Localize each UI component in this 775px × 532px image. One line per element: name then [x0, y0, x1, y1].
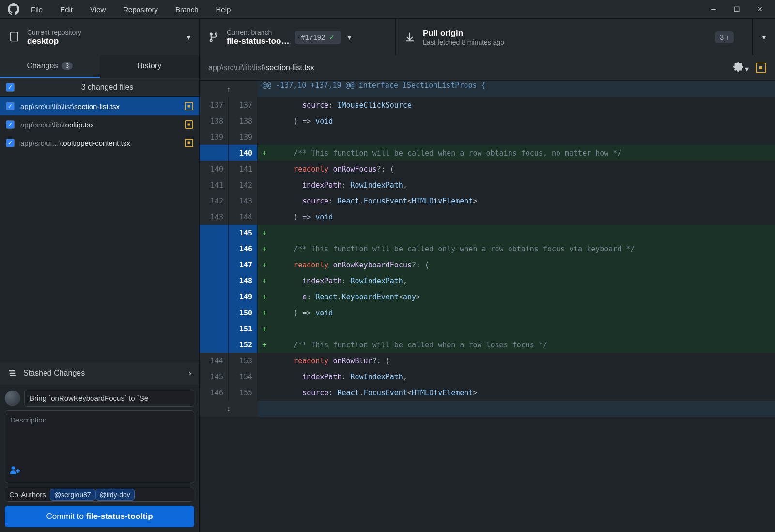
menu-bar: FileEditViewRepositoryBranchHelp	[28, 3, 233, 16]
pull-button[interactable]: Pull origin Last fetched 8 minutes ago 3…	[396, 19, 753, 55]
diff-view[interactable]: ⇡ @@ -137,10 +137,19 @@ interface ISecti…	[200, 81, 775, 532]
minimize-icon[interactable]: ─	[709, 5, 718, 14]
diff-line[interactable]: 138138 ) => void	[200, 113, 775, 129]
stash-icon	[8, 368, 17, 378]
file-checkbox[interactable]: ✓	[6, 120, 15, 129]
stashed-changes[interactable]: Stashed Changes ›	[0, 361, 199, 385]
diff-line[interactable]: 148+ indexPath: RowIndexPath,	[200, 273, 775, 289]
commit-summary-input[interactable]	[24, 390, 194, 407]
git-branch-icon	[208, 32, 219, 43]
diff-line[interactable]: 145+	[200, 225, 775, 241]
diff-line[interactable]: 144153 readonly onRowBlur?: (	[200, 353, 775, 369]
titlebar: FileEditViewRepositoryBranchHelp ─ ☐ ✕	[0, 0, 775, 18]
diff-line[interactable]: 151+	[200, 321, 775, 337]
branch-label: Current branch	[227, 29, 289, 36]
diff-line[interactable]: 142143 source: React.FocusEvent<HTMLDivE…	[200, 193, 775, 209]
file-status-icon	[756, 63, 766, 73]
changes-count-badge: 3	[62, 62, 73, 70]
tab-changes[interactable]: Changes 3	[0, 55, 100, 78]
diff-line[interactable]: 152+ /** This function will be called wh…	[200, 337, 775, 353]
sidebar: Changes 3 History ✓ 3 changed files ✓ ap…	[0, 55, 200, 532]
gear-icon[interactable]: ▾	[733, 62, 749, 74]
file-header: app\src\ui\lib\list\section-list.tsx ▾	[200, 55, 775, 81]
diff-line[interactable]: 140+ /** This function will be called wh…	[200, 145, 775, 161]
menu-branch[interactable]: Branch	[172, 3, 202, 16]
repo-selector[interactable]: Current repository desktop ▾	[0, 19, 200, 55]
diff-line[interactable]: 147+ readonly onRowKeyboardFocus?: (	[200, 257, 775, 273]
file-row[interactable]: ✓ app\src\ui\lib\list\section-list.tsx	[0, 97, 199, 115]
file-row[interactable]: ✓ app\src\ui…\tooltipped-content.tsx	[0, 134, 199, 152]
diff-line[interactable]: 150+ ) => void	[200, 305, 775, 321]
file-checkbox[interactable]: ✓	[6, 102, 15, 110]
add-coauthor-icon[interactable]	[10, 466, 189, 478]
menu-file[interactable]: File	[28, 3, 46, 16]
toolbar: Current repository desktop ▾ Current bra…	[0, 18, 775, 55]
pull-count-badge: 3 ↓	[715, 31, 734, 43]
commit-description-input[interactable]: Description	[5, 410, 194, 483]
file-list: ✓ app\src\ui\lib\list\section-list.tsx ✓…	[0, 97, 199, 152]
diff-line[interactable]: 145154 indexPath: RowIndexPath,	[200, 369, 775, 385]
pull-title: Pull origin	[423, 29, 504, 38]
branch-selector[interactable]: Current branch file-status-too… #17192 ✓…	[200, 19, 396, 55]
pr-badge[interactable]: #17192 ✓	[295, 31, 341, 44]
menu-repository[interactable]: Repository	[120, 3, 161, 16]
diff-line[interactable]: 149+ e: React.KeyboardEvent<any>	[200, 289, 775, 305]
file-row[interactable]: ✓ app\src\ui\lib\tooltip.tsx	[0, 115, 199, 134]
diff-line[interactable]: 141142 indexPath: RowIndexPath,	[200, 177, 775, 193]
file-modified-icon	[185, 102, 193, 110]
coauthors-label: Co-Authors	[9, 490, 46, 499]
diff-line[interactable]: 143144 ) => void	[200, 209, 775, 225]
expand-down-icon: ⇣	[226, 405, 231, 413]
sidebar-tabs: Changes 3 History	[0, 55, 199, 78]
changes-header: ✓ 3 changed files	[0, 78, 199, 97]
diff-panel: app\src\ui\lib\list\section-list.tsx ▾ ⇡…	[200, 55, 775, 532]
avatar	[5, 391, 20, 406]
caret-down-icon: ▾	[762, 33, 766, 41]
diff-line[interactable]: 146155 source: React.FocusEvent<HTMLDivE…	[200, 385, 775, 401]
tab-history[interactable]: History	[100, 55, 200, 78]
check-icon: ✓	[329, 33, 335, 42]
maximize-icon[interactable]: ☐	[732, 5, 741, 14]
pull-icon	[404, 32, 415, 43]
coauthors-row: Co-Authors @sergiou87@tidy-dev	[5, 487, 194, 502]
expand-up-icon: ⇡	[226, 85, 231, 94]
changes-count-text: 3 changed files	[21, 83, 193, 92]
diff-line[interactable]: 139139	[200, 129, 775, 145]
repo-name: desktop	[27, 36, 81, 46]
coauthor-pill[interactable]: @tidy-dev	[95, 489, 135, 501]
file-checkbox[interactable]: ✓	[6, 139, 15, 147]
menu-edit[interactable]: Edit	[57, 3, 76, 16]
caret-down-icon: ▾	[348, 33, 351, 41]
expand-up-row[interactable]: ⇡ @@ -137,10 +137,19 @@ interface ISecti…	[200, 81, 775, 97]
expand-down-row[interactable]: ⇣	[200, 401, 775, 417]
github-logo-icon	[8, 3, 19, 15]
pr-number: #17192	[301, 33, 325, 41]
pull-sub: Last fetched 8 minutes ago	[423, 38, 504, 46]
branch-name: file-status-too…	[227, 36, 289, 46]
main: Changes 3 History ✓ 3 changed files ✓ ap…	[0, 55, 775, 532]
arrow-down-icon: ↓	[726, 33, 729, 41]
toolbar-overflow[interactable]: ▾	[753, 19, 775, 55]
diff-line[interactable]: 137137 source: IMouseClickSource	[200, 97, 775, 113]
commit-button[interactable]: Commit to file-status-tooltip	[5, 506, 194, 527]
window-controls: ─ ☐ ✕	[709, 5, 770, 14]
file-modified-icon	[185, 120, 193, 129]
caret-down-icon: ▾	[187, 33, 190, 41]
repo-icon	[9, 32, 19, 43]
menu-help[interactable]: Help	[213, 3, 234, 16]
coauthor-pill[interactable]: @sergiou87	[50, 489, 95, 501]
diff-line[interactable]: 146+ /** This function will be called on…	[200, 241, 775, 257]
commit-area: Description Co-Authors @sergiou87@tidy-d…	[0, 385, 199, 532]
file-modified-icon	[185, 139, 193, 147]
menu-view[interactable]: View	[87, 3, 108, 16]
close-icon[interactable]: ✕	[756, 5, 764, 14]
diff-line[interactable]: 140141 readonly onRowFocus?: (	[200, 161, 775, 177]
chevron-right-icon: ›	[189, 369, 191, 377]
select-all-checkbox[interactable]: ✓	[6, 83, 15, 92]
repo-label: Current repository	[27, 29, 81, 36]
